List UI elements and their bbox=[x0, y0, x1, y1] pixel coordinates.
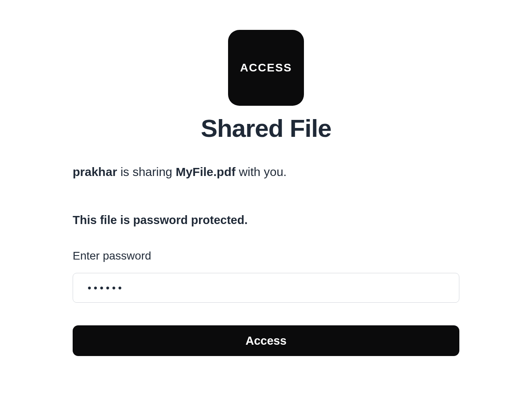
access-button[interactable]: Access bbox=[73, 325, 459, 356]
sharing-message: prakhar is sharing MyFile.pdf with you. bbox=[73, 165, 459, 179]
content-container: prakhar is sharing MyFile.pdf with you. … bbox=[73, 165, 459, 356]
sharing-mid-text: is sharing bbox=[117, 165, 176, 178]
password-input[interactable] bbox=[73, 273, 459, 303]
sharing-username: prakhar bbox=[73, 165, 117, 178]
logo-text: ACCESS bbox=[240, 61, 292, 74]
sharing-filename: MyFile.pdf bbox=[176, 165, 235, 178]
protected-message: This file is password protected. bbox=[73, 214, 459, 227]
sharing-suffix: with you. bbox=[235, 165, 287, 178]
password-label: Enter password bbox=[73, 249, 459, 262]
logo-box: ACCESS bbox=[228, 30, 304, 106]
page-title: Shared File bbox=[201, 114, 331, 142]
